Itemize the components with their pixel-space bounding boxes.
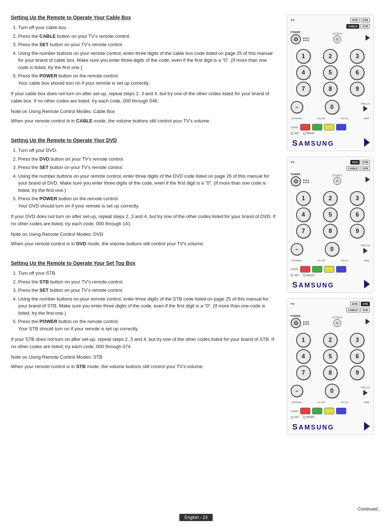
power-button-1[interactable]: ⏻ — [291, 34, 301, 44]
right-arrow-deco-3 — [366, 319, 370, 325]
cable-mode-btn-1[interactable]: CABLE — [346, 24, 359, 29]
dash-btn-2[interactable]: – — [291, 243, 303, 255]
num-5-btn-2[interactable]: 5 — [323, 207, 338, 222]
num-7-btn-3[interactable]: 7 — [296, 366, 311, 380]
num-8-btn-1[interactable]: 8 — [323, 82, 338, 96]
num-8-btn-3[interactable]: 8 — [323, 366, 338, 380]
bottom-labels-3: ANTENNA CH LIST FAV.CH HDMI — [291, 401, 370, 403]
cable-note-heading: Note on Using Remote Control Modes: Cabl… — [11, 108, 276, 115]
dash-btn-1[interactable]: – — [291, 101, 303, 113]
cable-note: Note on Using Remote Control Modes: Cabl… — [11, 108, 276, 124]
dots-1 — [303, 37, 309, 41]
num-2-btn-1[interactable]: 2 — [323, 49, 338, 64]
color-btn-y-1[interactable] — [324, 124, 334, 130]
favch-label-2: FAV.CH — [341, 259, 348, 262]
stb-mode-btn-1[interactable]: STB — [361, 18, 370, 23]
dash-btn-3[interactable]: – — [291, 385, 303, 397]
number-grid-1: 1 2 3 4 5 6 7 8 9 — [291, 49, 370, 96]
color-btn-b-1[interactable] — [336, 124, 346, 130]
num-2-btn-2[interactable]: 2 — [323, 191, 338, 206]
bottom-labels-1: ANTENNA CH LIST FAV.CH HDMI — [291, 117, 370, 120]
game-row-1: GAME — [291, 124, 370, 130]
chlist-label-3: CH LIST — [317, 401, 326, 403]
chlist-label-2: CH LIST — [317, 259, 326, 262]
color-btn-r-2[interactable] — [300, 266, 310, 273]
color-btn-b-3[interactable] — [336, 408, 346, 414]
num-9-btn-1[interactable]: 9 — [350, 82, 364, 96]
tv-label-1: TV — [291, 19, 294, 22]
num-3-btn-1[interactable]: 3 — [350, 49, 364, 64]
num-1-btn-1[interactable]: 1 — [296, 49, 311, 64]
stb-mode-btn-2[interactable]: STB — [361, 160, 370, 165]
num-7-btn-2[interactable]: 7 — [296, 224, 311, 238]
stb-extra-para: If your STB does not turn on after set-u… — [11, 336, 276, 350]
number-grid-2: 1 2 3 4 5 6 7 8 9 — [291, 191, 370, 238]
num-5-btn-3[interactable]: 5 — [323, 349, 338, 364]
antenna-label-2: ANTENNA — [291, 259, 302, 262]
prech-arrow-2 — [363, 248, 368, 254]
num-5-btn-1[interactable]: 5 — [323, 65, 338, 80]
source-button-1[interactable]: ⊙ — [333, 35, 341, 43]
dvd-mode-btn-1[interactable]: DVD — [350, 18, 360, 23]
remote-diagram-stb: TV DVD STB CABLE VCR POWER ⏻ — [287, 298, 374, 435]
color-btn-r-3[interactable] — [300, 408, 310, 414]
color-btn-y-2[interactable] — [324, 266, 334, 273]
dots-2 — [303, 180, 309, 183]
right-column-remotes: TV DVD STB CABLE VCR POWER ⏻ — [287, 15, 381, 437]
step-cable-3: Press the SET button on your TV's remote… — [18, 41, 276, 48]
steps-list-dvd: Turn off your DVD. Press the DVD button … — [11, 147, 276, 209]
num-1-btn-3[interactable]: 1 — [296, 333, 311, 347]
vcr-mode-btn-2[interactable]: VCR — [360, 166, 370, 171]
cable-mode-btn-2[interactable]: CABLE — [346, 166, 359, 171]
vcr-mode-btn-3[interactable]: VCR — [360, 308, 370, 313]
num-4-btn-2[interactable]: 4 — [296, 207, 311, 222]
color-btn-b-2[interactable] — [336, 266, 346, 273]
hdmi-label-3: HDMI — [364, 401, 369, 403]
num-2-btn-3[interactable]: 2 — [323, 333, 338, 347]
color-btn-g-3[interactable] — [312, 408, 322, 414]
num-9-btn-2[interactable]: 9 — [350, 224, 364, 238]
source-button-3[interactable]: ⊙ — [333, 319, 341, 327]
color-btn-y-3[interactable] — [324, 408, 334, 414]
color-btn-g-2[interactable] — [312, 266, 322, 273]
num-6-btn-2[interactable]: 6 — [350, 207, 364, 222]
antenna-label-3: ANTENNA — [291, 401, 302, 403]
step-dvd-2: Press the DVD button on your TV's remote… — [18, 156, 276, 163]
set-reset-row-2: SET RESET — [291, 274, 370, 277]
num-3-btn-3[interactable]: 3 — [350, 333, 364, 347]
prech-arrow-3 — [363, 390, 368, 396]
num-1-btn-2[interactable]: 1 — [296, 191, 311, 206]
steps-list-cable: Turn off your cable box. Press the CABLE… — [11, 24, 276, 86]
set-indicator-1: SET — [291, 132, 299, 135]
power-button-3[interactable]: ⏻ — [291, 318, 301, 328]
reset-indicator-3: RESET — [303, 416, 315, 419]
num-3-btn-2[interactable]: 3 — [350, 191, 364, 206]
samsung-logo-1: SAMSUNG — [292, 138, 334, 148]
dvd-note-heading: Note on Using Remote Control Modes: DVD — [11, 231, 276, 238]
reset-indicator-2: RESET — [303, 274, 315, 277]
cable-mode-btn-3[interactable]: CABLE — [346, 308, 359, 313]
color-btn-r-1[interactable] — [300, 124, 310, 130]
num-6-btn-1[interactable]: 6 — [350, 65, 364, 80]
dvd-mode-btn-2[interactable]: DVD — [350, 160, 360, 165]
vcr-mode-btn-1[interactable]: VCR — [360, 24, 370, 29]
steps-list-stb: Turn off your STB. Press the STB button … — [11, 270, 276, 332]
dvd-mode-btn-3[interactable]: DVD — [350, 302, 360, 306]
prech-label-1: PRE-CH — [361, 103, 370, 105]
power-button-2[interactable]: ⏻ — [291, 176, 301, 186]
num-8-btn-2[interactable]: 8 — [323, 224, 338, 238]
source-button-2[interactable]: ⊙ — [333, 177, 341, 185]
zero-btn-1[interactable]: 0 — [325, 100, 339, 114]
zero-btn-2[interactable]: 0 — [325, 242, 339, 257]
stb-mode-btn-3[interactable]: STB — [361, 302, 370, 306]
step-dvd-5: Press the POWER button on the remote con… — [18, 195, 276, 209]
num-4-btn-1[interactable]: 4 — [296, 65, 311, 80]
num-6-btn-3[interactable]: 6 — [350, 349, 364, 364]
source-label-2: SOURCE — [332, 174, 342, 177]
num-4-btn-3[interactable]: 4 — [296, 349, 311, 364]
zero-btn-3[interactable]: 0 — [325, 384, 339, 398]
power-label-3: POWER — [291, 315, 300, 317]
num-9-btn-3[interactable]: 9 — [350, 366, 364, 380]
color-btn-g-1[interactable] — [312, 124, 322, 130]
num-7-btn-1[interactable]: 7 — [296, 82, 311, 96]
